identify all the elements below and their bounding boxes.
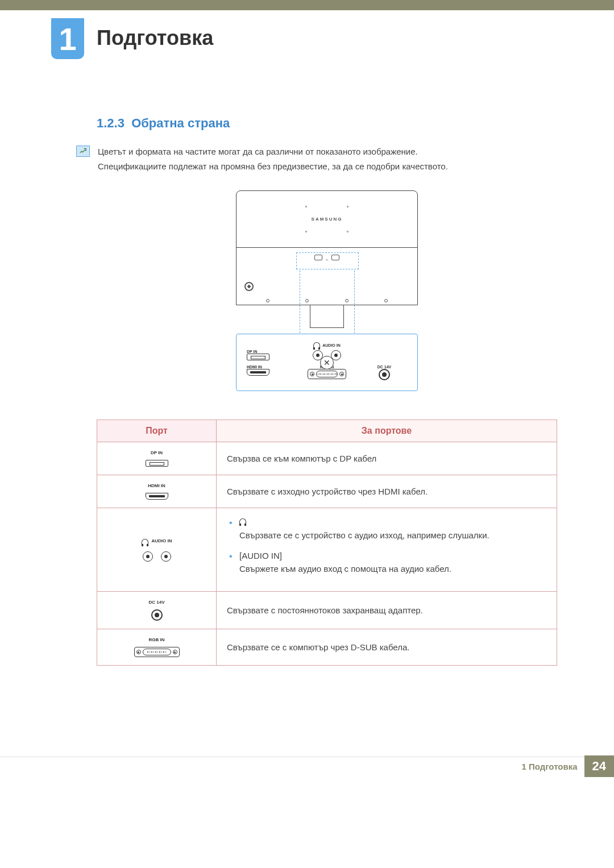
cell-dc-desc: Свързвате с постояннотоков захранващ ада… — [217, 592, 557, 629]
audio-jacks-icon — [143, 551, 171, 562]
rgb-port-icon — [134, 647, 180, 657]
rgb-port-icon — [308, 369, 346, 379]
dc-label: DC 14V — [362, 365, 407, 369]
audio-bullet-1: Свързвате се с устройство с аудио изход,… — [227, 516, 546, 542]
dp-port-icon — [247, 354, 269, 360]
audio-item1-text: Свързвате се с устройство с аудио изход,… — [239, 530, 489, 540]
chapter-number-badge: 1 — [51, 18, 84, 59]
close-icon: ✕ — [320, 356, 334, 369]
headphone-icon — [239, 518, 246, 524]
chapter-title: Подготовка — [97, 26, 213, 50]
note-text: Цветът и формата на частите могат да са … — [98, 144, 448, 173]
table-row: AUDIO IN Свързвате се с устройство с ауд… — [97, 508, 557, 592]
col-port: Порт — [97, 420, 217, 442]
mini-ports: ⎯ — [314, 255, 339, 260]
page-footer: 1 Подготовка 24 — [0, 757, 614, 777]
top-stripe — [0, 0, 614, 10]
note-block: Цветът и формата на частите могат да са … — [76, 144, 557, 173]
hdmi-port-icon — [247, 369, 269, 376]
headphone-icon — [142, 539, 148, 545]
dc-jack-icon — [151, 609, 163, 621]
chapter-header: 1 Подготовка — [0, 18, 614, 59]
audio-item2-text: Свържете към аудио вход с помощта на ауд… — [239, 564, 451, 574]
dc-jack-icon — [379, 369, 390, 380]
monitor-stand — [310, 305, 344, 328]
ports-table: Порт За портове DP IN Свързва се към ком… — [97, 420, 557, 666]
section-number: 1.2.3 — [97, 116, 125, 130]
monitor-outline: SAMSUNG ⎯ — [236, 190, 418, 305]
note-line-1: Цветът и формата на частите могат да са … — [98, 144, 448, 159]
footer-chapter: 1 Подготовка — [522, 762, 584, 771]
cell-dp-desc: Свързва се към компютър с DP кабел — [217, 442, 557, 475]
monitor-body: ⎯ — [237, 248, 417, 305]
section-heading: 1.2.3 Обратна страна — [97, 116, 557, 131]
table-row: DP IN Свързва се към компютър с DP кабел — [97, 442, 557, 475]
port-panel-zoom: ✕ DP IN AUDIO IN HDMI IN — [236, 334, 418, 391]
cell-hdmi-desc: Свързвате с изходно устройство чрез HDMI… — [217, 475, 557, 508]
brand-label: SAMSUNG — [312, 217, 343, 222]
audio-item2-label: [AUDIO IN] — [239, 551, 282, 560]
cell-dc-label: DC 14V — [148, 600, 164, 605]
hdmi-label: HDMI IN — [247, 365, 292, 369]
dp-port-icon — [146, 460, 168, 467]
col-desc: За портове — [217, 420, 557, 442]
cell-hdmi-label: HDMI IN — [148, 483, 165, 488]
cell-rgb-desc: Свързвате се с компютър чрез D-SUB кабел… — [217, 629, 557, 666]
section-title: Обратна страна — [131, 116, 230, 130]
monitor-top: SAMSUNG — [237, 191, 417, 248]
table-row: DC 14V Свързвате с постояннотоков захран… — [97, 592, 557, 629]
audio-label: AUDIO IN — [322, 343, 341, 347]
table-row: RGB IN Свързвате се с компютър чрез D-SU… — [97, 629, 557, 666]
dp-label: DP IN — [247, 350, 292, 354]
page-content: 1.2.3 Обратна страна Цветът и формата на… — [0, 116, 614, 666]
audio-bullet-2: [AUDIO IN] Свържете към аудио вход с пом… — [227, 550, 546, 575]
headphone-icon — [313, 342, 320, 348]
cell-dp-label: DP IN — [151, 450, 163, 455]
cell-rgb-label: RGB IN — [149, 637, 165, 642]
rear-diagram: SAMSUNG ⎯ ✕ DP IN — [236, 190, 418, 391]
table-row: HDMI IN Свързвате с изходно устройство ч… — [97, 475, 557, 508]
mount-screw-icon — [244, 282, 254, 291]
page-number: 24 — [584, 755, 614, 777]
note-icon — [76, 146, 90, 157]
hdmi-port-icon — [146, 493, 168, 500]
cell-audio-label: AUDIO IN — [152, 538, 172, 543]
note-line-2: Спецификациите подлежат на промяна без п… — [98, 159, 448, 174]
